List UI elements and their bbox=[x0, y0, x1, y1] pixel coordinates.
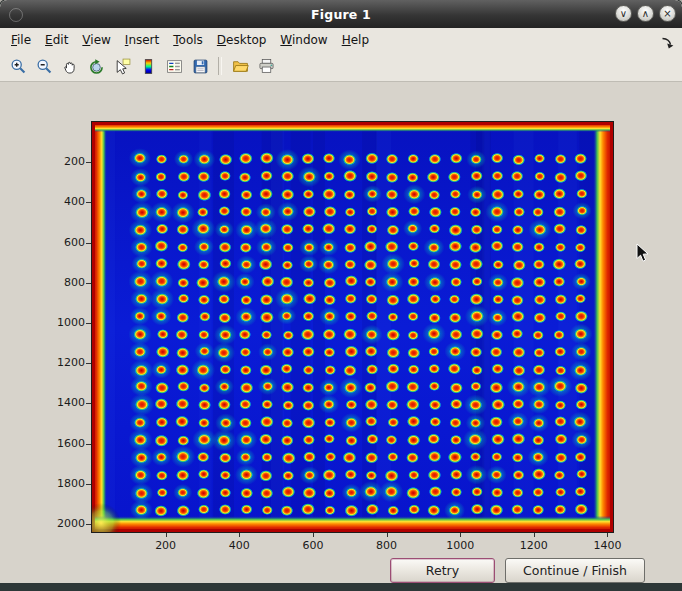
menu-item-view[interactable]: View bbox=[75, 30, 117, 50]
tick-mark bbox=[86, 323, 91, 324]
tick-mark bbox=[460, 533, 461, 537]
legend-icon[interactable] bbox=[162, 54, 186, 78]
menu-item-insert[interactable]: Insert bbox=[118, 30, 166, 50]
zoom-in-icon[interactable] bbox=[6, 54, 30, 78]
tick-mark bbox=[607, 533, 608, 537]
rotate-3d-icon[interactable] bbox=[84, 54, 108, 78]
tick-mark bbox=[86, 202, 91, 203]
tick-mark bbox=[86, 524, 91, 525]
menu-item-tools[interactable]: Tools bbox=[166, 30, 210, 50]
menu-item-desktop[interactable]: Desktop bbox=[210, 30, 274, 50]
titlebar[interactable]: Figure 1 ∨∧× bbox=[0, 0, 682, 28]
y-tick-label: 1200 bbox=[41, 356, 85, 369]
x-tick-label: 400 bbox=[229, 539, 250, 552]
figure-image[interactable] bbox=[91, 121, 614, 533]
x-tick-label: 1000 bbox=[446, 539, 474, 552]
menu-items: FileEditViewInsertToolsDesktopWindowHelp bbox=[4, 30, 376, 50]
y-tick-label: 200 bbox=[41, 155, 85, 168]
data-cursor-icon[interactable] bbox=[110, 54, 134, 78]
toolbar bbox=[0, 51, 682, 82]
minimize-button[interactable]: ∨ bbox=[615, 5, 632, 22]
tick-mark bbox=[86, 403, 91, 404]
dock-figure-icon[interactable] bbox=[661, 34, 674, 53]
tick-mark bbox=[86, 283, 91, 284]
print-icon[interactable] bbox=[254, 54, 278, 78]
close-button[interactable]: × bbox=[659, 5, 676, 22]
tick-mark bbox=[166, 533, 167, 537]
toolbar-separator bbox=[218, 57, 222, 75]
menu-item-file[interactable]: File bbox=[4, 30, 38, 50]
x-tick-label: 1200 bbox=[520, 539, 548, 552]
maximize-button[interactable]: ∧ bbox=[637, 5, 654, 22]
menu-item-edit[interactable]: Edit bbox=[38, 30, 75, 50]
window-bottom-edge bbox=[0, 583, 682, 591]
y-tick-label: 1800 bbox=[41, 477, 85, 490]
menubar: FileEditViewInsertToolsDesktopWindowHelp bbox=[0, 28, 682, 51]
tick-mark bbox=[86, 484, 91, 485]
tick-mark bbox=[86, 243, 91, 244]
y-tick-label: 1000 bbox=[41, 316, 85, 329]
tick-mark bbox=[86, 162, 91, 163]
colorbar-icon[interactable] bbox=[136, 54, 160, 78]
y-tick-label: 2000 bbox=[41, 517, 85, 530]
tick-mark bbox=[534, 533, 535, 537]
y-tick-label: 1600 bbox=[41, 437, 85, 450]
x-tick-label: 600 bbox=[302, 539, 323, 552]
tick-mark bbox=[387, 533, 388, 537]
save-icon[interactable] bbox=[188, 54, 212, 78]
continue-finish-button[interactable]: Continue / Finish bbox=[505, 558, 645, 583]
window-controls: ∨∧× bbox=[615, 5, 676, 22]
open-icon[interactable] bbox=[228, 54, 252, 78]
window-icon bbox=[9, 8, 23, 22]
x-tick-label: 800 bbox=[376, 539, 397, 552]
tick-mark bbox=[86, 363, 91, 364]
y-tick-label: 400 bbox=[41, 195, 85, 208]
zoom-out-icon[interactable] bbox=[32, 54, 56, 78]
x-tick-label: 1400 bbox=[593, 539, 621, 552]
tick-mark bbox=[86, 444, 91, 445]
y-tick-label: 800 bbox=[41, 276, 85, 289]
tick-mark bbox=[313, 533, 314, 537]
tick-mark bbox=[239, 533, 240, 537]
figure-canvas: Retry Continue / Finish 2004006008001000… bbox=[0, 82, 682, 583]
pan-icon[interactable] bbox=[58, 54, 82, 78]
y-tick-label: 1400 bbox=[41, 396, 85, 409]
menu-item-help[interactable]: Help bbox=[335, 30, 376, 50]
x-tick-label: 200 bbox=[155, 539, 176, 552]
figure-window: Figure 1 ∨∧× FileEditViewInsertToolsDesk… bbox=[0, 0, 682, 591]
y-tick-label: 600 bbox=[41, 236, 85, 249]
retry-button[interactable]: Retry bbox=[390, 558, 495, 583]
window-title: Figure 1 bbox=[311, 7, 371, 22]
menu-item-window[interactable]: Window bbox=[273, 30, 334, 50]
